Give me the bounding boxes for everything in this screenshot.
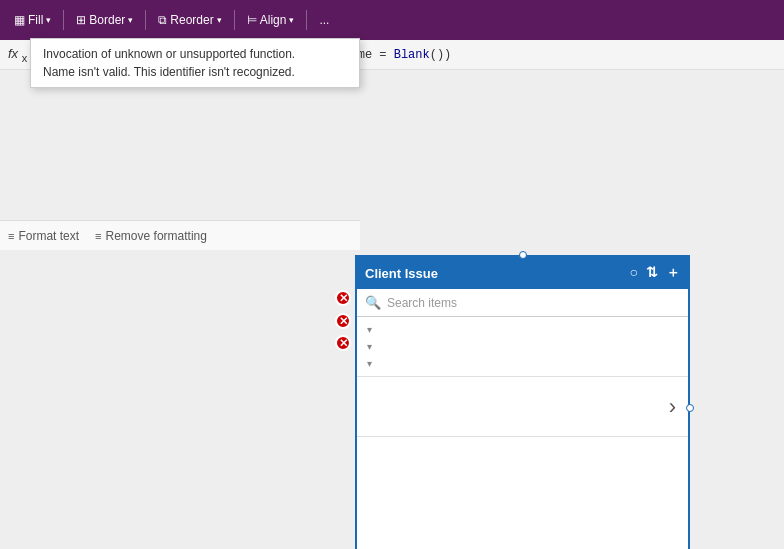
align-chevron-icon: ▾: [289, 15, 294, 25]
search-placeholder: Search items: [387, 296, 457, 310]
border-chevron-icon: ▾: [128, 15, 133, 25]
widget-sort-icon[interactable]: ⇅: [646, 264, 658, 282]
arrow-right-icon[interactable]: ›: [669, 394, 676, 420]
widget-title: Client Issue: [365, 266, 438, 281]
widget-add-icon[interactable]: ＋: [666, 264, 680, 282]
list-item-chevron-3: ▾: [367, 358, 372, 369]
remove-formatting-button[interactable]: ≡ Remove formatting: [95, 229, 207, 243]
widget-search-bar[interactable]: 🔍 Search items: [357, 289, 688, 317]
widget-circle-icon[interactable]: ○: [630, 264, 638, 282]
handle-top-center[interactable]: [519, 251, 527, 259]
separator-2: [145, 10, 146, 30]
client-issue-widget: Client Issue ○ ⇅ ＋ 🔍 Search items ▾ ▾: [355, 255, 690, 549]
canvas-area: ≡ Format text ≡ Remove formatting ✕ ✕ ✕ …: [0, 70, 784, 549]
reorder-button[interactable]: ⧉ Reorder ▾: [152, 11, 227, 29]
more-button[interactable]: ...: [313, 11, 335, 29]
widget-wrapper: ✕ ✕ ✕ Client Issue ○ ⇅ ＋ 🔍 Search items: [355, 255, 690, 549]
remove-formatting-icon: ≡: [95, 230, 101, 242]
format-toolbar: ≡ Format text ≡ Remove formatting: [0, 220, 360, 250]
widget-empty-area: [357, 436, 688, 549]
list-items-area: ▾ ▾ ▾: [357, 317, 688, 376]
error-popup: Invocation of unknown or unsupported fun…: [30, 38, 360, 88]
list-item-chevron-1: ▾: [367, 324, 372, 335]
error-badge-2: ✕: [335, 313, 351, 329]
list-item-chevron-2: ▾: [367, 341, 372, 352]
fill-button[interactable]: ▦ Fill ▾: [8, 11, 57, 29]
fill-icon: ▦: [14, 13, 25, 27]
error-line2: Name isn't valid. This identifier isn't …: [43, 65, 347, 79]
widget-header: Client Issue ○ ⇅ ＋: [357, 257, 688, 289]
widget-arrow-section: ›: [357, 376, 688, 436]
align-button[interactable]: ⊨ Align ▾: [241, 11, 301, 29]
reorder-chevron-icon: ▾: [217, 15, 222, 25]
list-item[interactable]: ▾: [365, 355, 680, 372]
align-icon: ⊨: [247, 13, 257, 27]
fill-chevron-icon: ▾: [46, 15, 51, 25]
list-item[interactable]: ▾: [365, 321, 680, 338]
top-toolbar: ▦ Fill ▾ ⊞ Border ▾ ⧉ Reorder ▾ ⊨ Align …: [0, 0, 784, 40]
widget-header-icons: ○ ⇅ ＋: [630, 264, 680, 282]
error-badge-3: ✕: [335, 335, 351, 351]
format-text-icon: ≡: [8, 230, 14, 242]
error-badge-1: ✕: [335, 290, 351, 306]
separator-4: [306, 10, 307, 30]
border-icon: ⊞: [76, 13, 86, 27]
reorder-icon: ⧉: [158, 13, 167, 27]
border-button[interactable]: ⊞ Border ▾: [70, 11, 139, 29]
error-line1: Invocation of unknown or unsupported fun…: [43, 47, 347, 61]
list-item[interactable]: ▾: [365, 338, 680, 355]
search-icon: 🔍: [365, 295, 381, 310]
separator-3: [234, 10, 235, 30]
separator-1: [63, 10, 64, 30]
format-text-button[interactable]: ≡ Format text: [8, 229, 79, 243]
